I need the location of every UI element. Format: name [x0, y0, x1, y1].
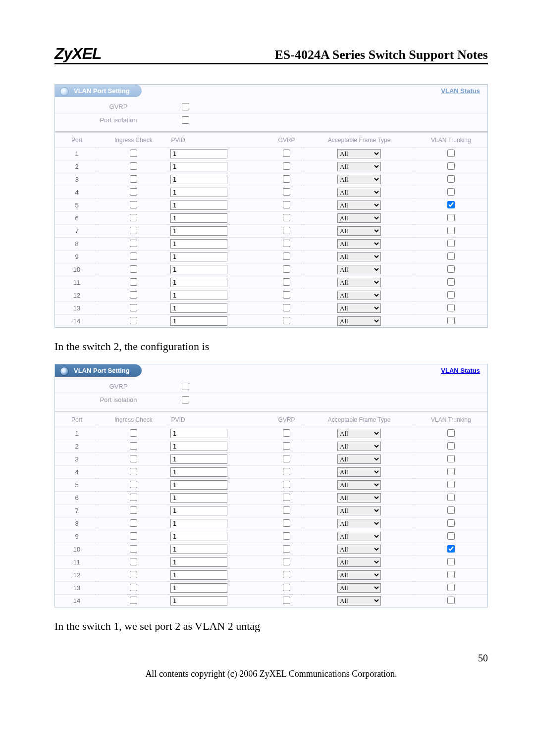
gvrp-checkbox[interactable] — [283, 252, 290, 260]
pvid-input[interactable] — [170, 226, 227, 236]
frame-type-select[interactable]: All — [337, 493, 381, 503]
gvrp-checkbox[interactable] — [283, 175, 290, 183]
trunking-checkbox[interactable] — [447, 545, 455, 553]
pvid-input[interactable] — [170, 303, 227, 313]
gvrp-checkbox[interactable] — [283, 304, 290, 311]
vlan-status-link[interactable]: VLAN Status — [441, 367, 480, 374]
trunking-checkbox[interactable] — [447, 317, 455, 324]
gvrp-checkbox[interactable] — [283, 519, 290, 527]
pvid-input[interactable] — [170, 493, 227, 503]
trunking-checkbox[interactable] — [447, 481, 455, 488]
port-isolation-checkbox[interactable] — [182, 116, 189, 124]
frame-type-select[interactable]: All — [337, 278, 381, 287]
gvrp-checkbox[interactable] — [182, 383, 189, 390]
frame-type-select[interactable]: All — [337, 201, 381, 210]
trunking-checkbox[interactable] — [447, 597, 455, 604]
trunking-checkbox[interactable] — [447, 519, 455, 527]
frame-type-select[interactable]: All — [337, 149, 381, 158]
trunking-checkbox[interactable] — [447, 227, 455, 234]
frame-type-select[interactable]: All — [337, 188, 381, 197]
pvid-input[interactable] — [170, 480, 227, 490]
ingress-checkbox[interactable] — [130, 175, 137, 183]
pvid-input[interactable] — [170, 252, 227, 261]
ingress-checkbox[interactable] — [130, 455, 137, 462]
ingress-checkbox[interactable] — [130, 442, 137, 450]
ingress-checkbox[interactable] — [130, 429, 137, 437]
trunking-checkbox[interactable] — [447, 506, 455, 514]
pvid-input[interactable] — [170, 583, 227, 593]
pvid-input[interactable] — [170, 429, 227, 438]
pvid-input[interactable] — [170, 570, 227, 580]
trunking-checkbox[interactable] — [447, 532, 455, 540]
pvid-input[interactable] — [170, 442, 227, 451]
pvid-input[interactable] — [170, 545, 227, 554]
pvid-input[interactable] — [170, 519, 227, 528]
pvid-input[interactable] — [170, 239, 227, 249]
gvrp-checkbox[interactable] — [283, 317, 290, 324]
trunking-checkbox[interactable] — [447, 494, 455, 501]
frame-type-select[interactable]: All — [337, 252, 381, 261]
ingress-checkbox[interactable] — [130, 506, 137, 514]
gvrp-checkbox[interactable] — [283, 265, 290, 273]
gvrp-checkbox[interactable] — [283, 150, 290, 157]
ingress-checkbox[interactable] — [130, 252, 137, 260]
ingress-checkbox[interactable] — [130, 291, 137, 299]
frame-type-select[interactable]: All — [337, 162, 381, 171]
trunking-checkbox[interactable] — [447, 584, 455, 591]
frame-type-select[interactable]: All — [337, 265, 381, 274]
ingress-checkbox[interactable] — [130, 304, 137, 311]
frame-type-select[interactable]: All — [337, 545, 381, 554]
ingress-checkbox[interactable] — [130, 597, 137, 604]
frame-type-select[interactable]: All — [337, 303, 381, 313]
trunking-checkbox[interactable] — [447, 278, 455, 286]
gvrp-checkbox[interactable] — [182, 103, 189, 110]
pvid-input[interactable] — [170, 316, 227, 326]
gvrp-checkbox[interactable] — [283, 214, 290, 221]
ingress-checkbox[interactable] — [130, 532, 137, 540]
frame-type-select[interactable]: All — [337, 557, 381, 567]
pvid-input[interactable] — [170, 506, 227, 515]
gvrp-checkbox[interactable] — [283, 429, 290, 437]
ingress-checkbox[interactable] — [130, 265, 137, 273]
trunking-checkbox[interactable] — [447, 558, 455, 565]
gvrp-checkbox[interactable] — [283, 227, 290, 234]
frame-type-select[interactable]: All — [337, 519, 381, 528]
ingress-checkbox[interactable] — [130, 481, 137, 488]
pvid-input[interactable] — [170, 175, 227, 184]
trunking-checkbox[interactable] — [447, 201, 455, 208]
gvrp-checkbox[interactable] — [283, 597, 290, 604]
pvid-input[interactable] — [170, 557, 227, 567]
trunking-checkbox[interactable] — [447, 252, 455, 260]
trunking-checkbox[interactable] — [447, 291, 455, 299]
ingress-checkbox[interactable] — [130, 558, 137, 565]
ingress-checkbox[interactable] — [130, 188, 137, 196]
trunking-checkbox[interactable] — [447, 265, 455, 273]
trunking-checkbox[interactable] — [447, 442, 455, 450]
pvid-input[interactable] — [170, 265, 227, 274]
pvid-input[interactable] — [170, 291, 227, 300]
gvrp-checkbox[interactable] — [283, 571, 290, 578]
ingress-checkbox[interactable] — [130, 519, 137, 527]
pvid-input[interactable] — [170, 532, 227, 541]
frame-type-select[interactable]: All — [337, 442, 381, 451]
trunking-checkbox[interactable] — [447, 214, 455, 221]
trunking-checkbox[interactable] — [447, 571, 455, 578]
gvrp-checkbox[interactable] — [283, 201, 290, 208]
frame-type-select[interactable]: All — [337, 454, 381, 464]
gvrp-checkbox[interactable] — [283, 240, 290, 247]
frame-type-select[interactable]: All — [337, 506, 381, 515]
frame-type-select[interactable]: All — [337, 226, 381, 236]
gvrp-checkbox[interactable] — [283, 455, 290, 462]
trunking-checkbox[interactable] — [447, 468, 455, 475]
frame-type-select[interactable]: All — [337, 429, 381, 438]
ingress-checkbox[interactable] — [130, 240, 137, 247]
gvrp-checkbox[interactable] — [283, 291, 290, 299]
trunking-checkbox[interactable] — [447, 304, 455, 311]
frame-type-select[interactable]: All — [337, 175, 381, 184]
gvrp-checkbox[interactable] — [283, 558, 290, 565]
frame-type-select[interactable]: All — [337, 316, 381, 326]
pvid-input[interactable] — [170, 278, 227, 287]
trunking-checkbox[interactable] — [447, 455, 455, 462]
frame-type-select[interactable]: All — [337, 583, 381, 593]
port-isolation-checkbox[interactable] — [182, 396, 189, 403]
